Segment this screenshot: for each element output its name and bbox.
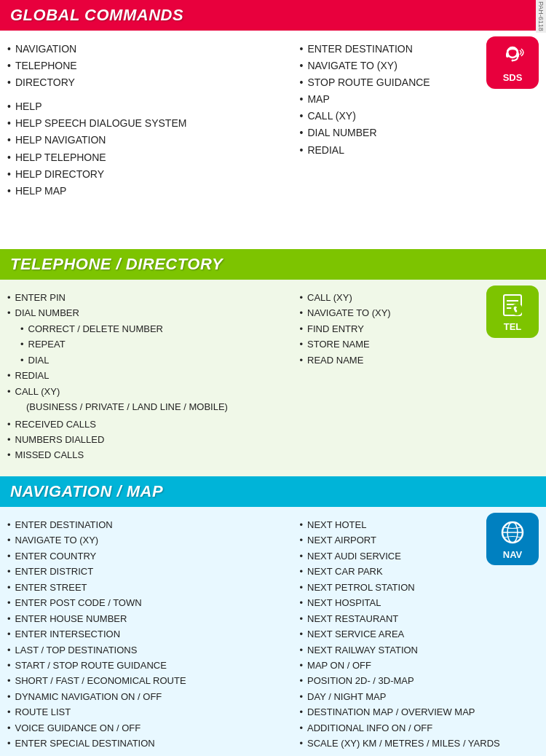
list-item: ENTER DISTRICT xyxy=(7,564,293,579)
sds-label: SDS xyxy=(503,72,523,83)
svg-rect-2 xyxy=(516,52,519,58)
tel-icon-badge: TEL xyxy=(486,286,539,338)
list-item: DIAL NUMBER xyxy=(300,125,539,141)
svg-rect-1 xyxy=(506,52,509,58)
global-left-list: NAVIGATION TELEPHONE DIRECTORY HELP HELP… xyxy=(7,41,293,200)
telephone-left-col: ENTER PIN DIAL NUMBER CORRECT / DELETE N… xyxy=(7,290,300,463)
list-item: HELP DIRECTORY xyxy=(7,166,293,183)
list-item: NAVIGATION xyxy=(7,41,293,58)
list-item: NEXT RAILWAY STATION xyxy=(300,642,539,658)
section-navigation: NAVIGATION / MAP NAV ENTER DESTINATION N… xyxy=(0,476,546,756)
list-item: REDIAL xyxy=(7,368,293,383)
list-item: DESTINATION MAP / OVERVIEW MAP xyxy=(300,704,539,720)
list-item: HELP NAVIGATION xyxy=(7,132,293,149)
list-item: ADDITIONAL INFO ON / OFF xyxy=(300,720,539,736)
list-item: DAY / NIGHT MAP xyxy=(300,689,539,704)
list-item: READ NAME xyxy=(300,353,539,368)
list-item: NEXT HOSPITAL xyxy=(300,595,539,610)
list-item: HELP SPEECH DIALOGUE SYSTEM xyxy=(7,115,293,132)
sds-icon xyxy=(499,43,526,69)
navigation-header: NAVIGATION / MAP xyxy=(0,476,546,507)
nav-icon xyxy=(499,519,526,546)
section-telephone: TELEPHONE / DIRECTORY TEL ENTER PIN DIAL… xyxy=(0,249,546,476)
nav-label: NAV xyxy=(503,549,522,560)
list-item: ENTER PIN xyxy=(7,290,293,305)
list-item: NUMBERS DIALLED xyxy=(7,432,293,447)
list-item: ENTER INTERSECTION xyxy=(7,626,293,642)
global-left-col: NAVIGATION TELEPHONE DIRECTORY HELP HELP… xyxy=(7,41,300,200)
list-item: NEXT PETROL STATION xyxy=(300,580,539,595)
list-item: VOICE GUIDANCE ON / OFF xyxy=(7,720,293,736)
list-item: HELP xyxy=(7,98,293,115)
list-item: NEXT RESTAURANT xyxy=(300,611,539,626)
list-item: NEXT CAR PARK xyxy=(300,564,539,579)
list-item: POSITION 2D- / 3D-MAP xyxy=(300,673,539,688)
global-content: NAVIGATION TELEPHONE DIRECTORY HELP HELP… xyxy=(7,41,539,200)
list-item: ROUTE LIST xyxy=(7,704,293,720)
list-item: LAST / TOP DESTINATIONS xyxy=(7,642,293,658)
list-item: MAP xyxy=(300,91,539,108)
list-item: DIRECTORY xyxy=(7,74,293,91)
telephone-left-list: ENTER PIN DIAL NUMBER CORRECT / DELETE N… xyxy=(7,290,293,399)
tel-label: TEL xyxy=(504,321,522,332)
list-item: CALL (XY) xyxy=(7,384,293,399)
tel-icon xyxy=(499,292,526,318)
navigation-content: ENTER DESTINATION NAVIGATE TO (XY) ENTER… xyxy=(7,517,539,752)
telephone-header: TELEPHONE / DIRECTORY xyxy=(0,249,546,280)
list-item: MISSED CALLS xyxy=(7,447,293,462)
list-item: REDIAL xyxy=(300,142,539,159)
list-item: ENTER COUNTRY xyxy=(7,548,293,564)
list-item: NEXT SERVICE AREA xyxy=(300,626,539,642)
list-item-sub: REPEAT xyxy=(7,336,293,352)
list-item: TELEPHONE xyxy=(7,58,293,74)
list-item: SHORT / FAST / ECONOMICAL ROUTE xyxy=(7,673,293,688)
list-item: RECEIVED CALLS xyxy=(7,417,293,432)
list-item-sub: DIAL xyxy=(7,353,293,368)
global-header: GLOBAL COMMANDS xyxy=(0,0,546,31)
list-item: STORE NAME xyxy=(300,336,539,352)
list-item: MAP ON / OFF xyxy=(300,658,539,673)
list-item: ENTER SPECIAL DESTINATION xyxy=(7,736,293,751)
section-global: GLOBAL COMMANDS SDS NAVIGATION xyxy=(0,0,546,249)
list-item: DIAL NUMBER xyxy=(7,305,293,320)
list-item: HELP TELEPHONE xyxy=(7,149,293,166)
list-item: DYNAMIC NAVIGATION ON / OFF xyxy=(7,689,293,704)
list-item-sub: CORRECT / DELETE NUMBER xyxy=(7,321,293,336)
list-item: ENTER STREET xyxy=(7,580,293,595)
navigation-left-list: ENTER DESTINATION NAVIGATE TO (XY) ENTER… xyxy=(7,517,293,752)
list-item: SCALE (XY) KM / METRES / MILES / YARDS xyxy=(300,736,539,751)
telephone-content: ENTER PIN DIAL NUMBER CORRECT / DELETE N… xyxy=(7,290,539,463)
svg-point-3 xyxy=(512,59,514,61)
list-item: CALL (XY) xyxy=(300,108,539,125)
list-spacer xyxy=(7,91,293,98)
list-item: ENTER DESTINATION xyxy=(7,517,293,532)
svg-point-8 xyxy=(511,304,523,315)
sds-icon-badge: SDS xyxy=(486,36,539,89)
list-item: ENTER HOUSE NUMBER xyxy=(7,611,293,626)
call-continuation: (BUSINESS / PRIVATE / LAND LINE / MOBILE… xyxy=(7,399,293,414)
list-item: HELP MAP xyxy=(7,183,293,200)
nav-icon-badge: NAV xyxy=(486,513,539,565)
list-item: NAVIGATE TO (XY) xyxy=(7,532,293,548)
list-item: ENTER POST CODE / TOWN xyxy=(7,595,293,610)
telephone-left-list-2: RECEIVED CALLS NUMBERS DIALLED MISSED CA… xyxy=(7,417,293,463)
list-item: START / STOP ROUTE GUIDANCE xyxy=(7,658,293,673)
page-id: PAH-6118 xyxy=(536,0,546,33)
navigation-left-col: ENTER DESTINATION NAVIGATE TO (XY) ENTER… xyxy=(7,517,300,752)
